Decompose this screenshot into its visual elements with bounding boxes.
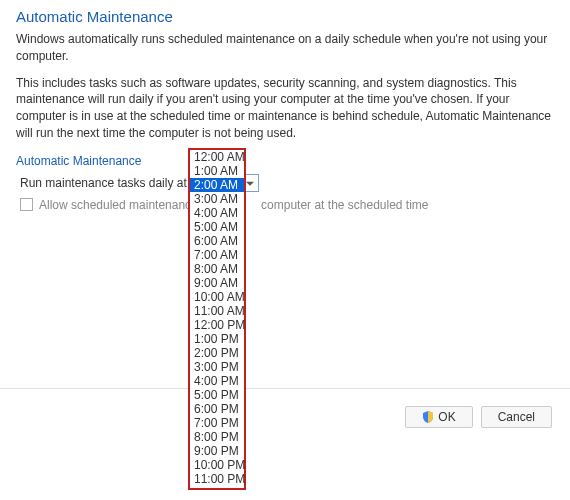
time-option[interactable]: 1:00 AM — [190, 164, 244, 178]
cancel-label: Cancel — [498, 410, 535, 424]
description-2: This includes tasks such as software upd… — [16, 75, 554, 142]
time-option[interactable]: 6:00 AM — [190, 234, 244, 248]
time-option[interactable]: 11:00 AM — [190, 304, 244, 318]
time-option[interactable]: 7:00 PM — [190, 416, 244, 430]
time-option[interactable]: 6:00 PM — [190, 402, 244, 416]
time-option[interactable]: 5:00 AM — [190, 220, 244, 234]
shield-icon — [422, 411, 434, 423]
time-option[interactable]: 3:00 PM — [190, 360, 244, 374]
description-1: Windows automatically runs scheduled mai… — [16, 31, 554, 65]
time-option[interactable]: 10:00 PM — [190, 458, 244, 472]
time-option[interactable]: 10:00 AM — [190, 290, 244, 304]
time-dropdown[interactable]: 12:00 AM1:00 AM2:00 AM3:00 AM4:00 AM5:00… — [188, 148, 246, 490]
time-option[interactable]: 4:00 PM — [190, 374, 244, 388]
time-option[interactable]: 4:00 AM — [190, 206, 244, 220]
ok-button[interactable]: OK — [405, 406, 472, 428]
time-option[interactable]: 8:00 AM — [190, 262, 244, 276]
time-option[interactable]: 11:00 PM — [190, 472, 244, 486]
time-option[interactable]: 3:00 AM — [190, 192, 244, 206]
wake-checkbox[interactable] — [20, 198, 33, 211]
time-option[interactable]: 5:00 PM — [190, 388, 244, 402]
wake-label-part1: Allow scheduled maintenanc — [39, 198, 191, 212]
divider — [0, 388, 570, 389]
time-option[interactable]: 12:00 PM — [190, 318, 244, 332]
section-title: Automatic Maintenance — [16, 8, 554, 25]
group-label: Automatic Maintenance — [16, 154, 554, 168]
ok-label: OK — [438, 410, 455, 424]
time-option[interactable]: 2:00 PM — [190, 346, 244, 360]
time-option[interactable]: 9:00 AM — [190, 276, 244, 290]
time-option[interactable]: 7:00 AM — [190, 248, 244, 262]
time-option[interactable]: 12:00 AM — [190, 150, 244, 164]
wake-label-part2: computer at the scheduled time — [261, 198, 428, 212]
run-label: Run maintenance tasks daily at — [20, 176, 187, 190]
cancel-button[interactable]: Cancel — [481, 406, 552, 428]
time-option[interactable]: 1:00 PM — [190, 332, 244, 346]
time-option[interactable]: 9:00 PM — [190, 444, 244, 458]
time-option[interactable]: 2:00 AM — [190, 178, 244, 192]
time-option[interactable]: 8:00 PM — [190, 430, 244, 444]
